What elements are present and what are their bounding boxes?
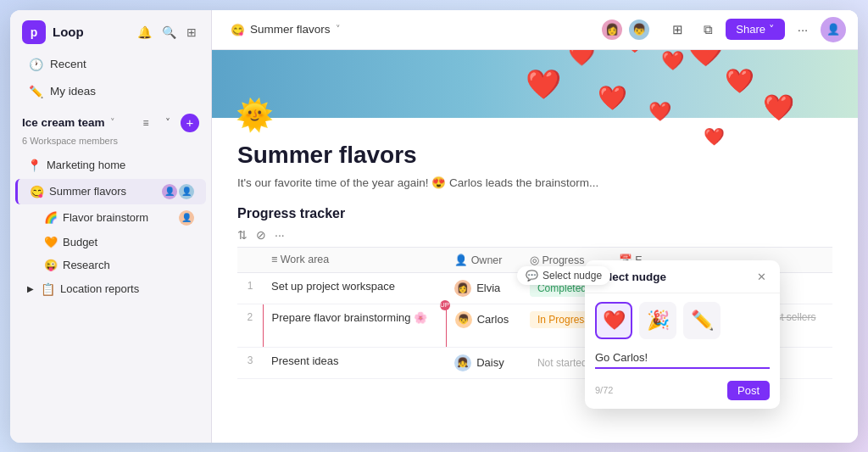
workspace-members-count: 6 Workspace members <box>10 134 211 153</box>
budget-label: Budget <box>63 236 97 248</box>
page-tab[interactable]: 😋 Summer flavors ˅ <box>224 20 348 40</box>
table-toolbar: ⇅ ⊘ ··· <box>237 228 832 242</box>
more-btn[interactable]: ··· <box>790 17 815 42</box>
topbar-actions: ⊞ ⧉ Share ˅ ··· 👤 <box>665 17 846 42</box>
page-emoji: 😋 <box>231 23 245 36</box>
select-nudge-popup: Select nudge ✕ ❤️ 🎉 ✏️ 9/72 Post <box>585 260 780 409</box>
sidebar-item-my-ideas[interactable]: ✏️ My ideas <box>15 79 206 104</box>
research-icon: 😜 <box>44 259 58 271</box>
nudge-emoji-pencil[interactable]: ✏️ <box>683 302 721 339</box>
topbar-avatar-2: 👦 <box>627 18 651 42</box>
sidebar-header: p Loop 🔔 🔍 ⊞ <box>10 10 211 51</box>
workspace-header: Ice cream team ˅ ≡ ˅ + <box>10 105 211 134</box>
nudge-popup-header: Select nudge ✕ <box>585 260 780 293</box>
nudge-indicator: UP <box>440 300 450 310</box>
col-owner: 👤 Owner <box>446 247 521 272</box>
more-toolbar-icon[interactable]: ··· <box>275 228 285 242</box>
flavor-brainstorm-label: Flavor brainstorm <box>63 211 148 224</box>
content-body: ❤️ ❤️ ❤️ ❤️ ❤️ ❤️ ❤️ ❤️ ❤️ ❤️ Summer fla… <box>212 118 858 396</box>
location-reports-label: Location reports <box>60 282 139 295</box>
search-icon[interactable]: 🔍 <box>159 23 179 42</box>
col-work-area: ≡ Work area <box>263 247 446 272</box>
page-tab-title: Summer flavors <box>250 23 331 36</box>
nudge-trigger-icon: 💬 <box>526 270 538 282</box>
row-1-avatar: 👩 <box>454 280 471 297</box>
sort-icon[interactable]: ⇅ <box>237 228 248 242</box>
nudge-char-count: 9/72 <box>595 385 613 395</box>
nudge-emoji-row: ❤️ 🎉 ✏️ <box>585 293 780 348</box>
sidebar-item-research[interactable]: 😜 Research <box>15 254 206 276</box>
sidebar-item-flavor-brainstorm[interactable]: 🌈 Flavor brainstorm 👤 <box>15 206 206 230</box>
page-title: Summer flavors <box>237 142 832 169</box>
select-nudge-trigger[interactable]: 💬 Select nudge <box>517 266 610 285</box>
row-3-avatar: 👧 <box>454 354 471 371</box>
topbar-avatars: 👩 👦 <box>600 18 651 42</box>
page-tab-chevron[interactable]: ˅ <box>336 24 341 35</box>
budget-icon: 🧡 <box>44 236 58 248</box>
share-button[interactable]: Share ˅ <box>726 19 785 40</box>
workspace-more-btn[interactable]: ˅ <box>159 114 177 132</box>
nudge-text-input[interactable] <box>595 348 770 369</box>
filter-icon[interactable]: ⊘ <box>256 228 266 242</box>
row-1-num: 1 <box>237 272 263 304</box>
grid-icon-btn[interactable]: ⊞ <box>665 17 690 42</box>
nudge-emoji-celebrate[interactable]: 🎉 <box>639 302 676 339</box>
copy-icon-btn[interactable]: ⧉ <box>695 17 721 42</box>
nudge-emoji-heart[interactable]: ❤️ <box>595 302 632 339</box>
workspace-menu-btn[interactable]: ≡ <box>136 114 155 132</box>
row-1-owner-name: Elvia <box>476 282 500 294</box>
my-ideas-icon: ✏️ <box>29 85 43 98</box>
bell-icon[interactable]: 🔔 <box>135 23 154 42</box>
marketing-home-icon: 📍 <box>27 159 42 172</box>
profile-avatar[interactable]: 👤 <box>821 17 846 42</box>
row-2-owner[interactable]: 👦 Carlos <box>446 304 521 347</box>
hero-image: 🌞 <box>212 50 858 118</box>
workspace-actions: ≡ ˅ + <box>136 114 199 132</box>
location-reports-icon: 📋 <box>41 282 55 296</box>
sidebar-item-summer-flavors[interactable]: 😋 Summer flavors 👤 👤 <box>15 179 206 204</box>
sidebar-item-budget[interactable]: 🧡 Budget <box>15 232 206 253</box>
row-1-owner[interactable]: 👩 Elvia <box>446 272 521 304</box>
avatar-1: 👤 <box>162 184 177 199</box>
sidebar-header-icons: 🔔 🔍 ⊞ <box>135 23 199 42</box>
workspace-chevron[interactable]: ˅ <box>110 117 115 128</box>
share-label: Share <box>736 23 765 36</box>
nudge-input-footer: 9/72 Post <box>585 377 780 409</box>
topbar-avatar-1: 👩 <box>600 18 624 42</box>
row-3-num: 3 <box>237 347 263 378</box>
row-2-work-area-text: Prepare flavor brainstorming 🌸 <box>272 311 428 324</box>
content-area: 🌞 ❤️ ❤️ ❤️ ❤️ ❤️ ❤️ ❤️ ❤️ ❤️ ❤️ Summer f… <box>212 50 858 443</box>
expand-icon: ▶ <box>27 284 34 293</box>
row-3-owner[interactable]: 👧 Daisy <box>446 347 521 378</box>
app-title: Loop <box>53 25 84 39</box>
row-2-owner-name: Carlos <box>477 313 509 326</box>
summer-flavors-avatars: 👤 👤 <box>162 184 194 199</box>
main-content: 😋 Summer flavors ˅ 👩 👦 ⊞ ⧉ Share ˅ ··· 👤 <box>212 10 858 443</box>
sidebar: p Loop 🔔 🔍 ⊞ 🕐 Recent ✏️ My ideas Ice cr… <box>10 10 212 443</box>
app-window: p Loop 🔔 🔍 ⊞ 🕐 Recent ✏️ My ideas Ice cr… <box>10 10 858 443</box>
page-subtitle: It's our favorite time of the year again… <box>237 176 832 189</box>
nudge-close-button[interactable]: ✕ <box>753 269 770 286</box>
topbar: 😋 Summer flavors ˅ 👩 👦 ⊞ ⧉ Share ˅ ··· 👤 <box>212 10 858 50</box>
share-chevron: ˅ <box>769 23 775 36</box>
summer-flavors-label: Summer flavors <box>49 185 126 198</box>
research-label: Research <box>63 259 110 271</box>
sidebar-item-marketing-home[interactable]: 📍 Marketing home <box>15 153 206 177</box>
workspace-name: Ice cream team <box>22 116 105 129</box>
my-ideas-label: My ideas <box>50 85 96 98</box>
row-1-work-area[interactable]: Set up project workspace <box>263 272 446 304</box>
row-2-work-area[interactable]: Prepare flavor brainstorming 🌸 UP <box>263 304 446 347</box>
nudge-input-row <box>585 348 780 377</box>
summer-flavors-icon: 😋 <box>30 185 44 198</box>
settings-icon[interactable]: ⊞ <box>184 23 199 42</box>
marketing-home-label: Marketing home <box>47 159 125 171</box>
sidebar-item-recent[interactable]: 🕐 Recent <box>15 52 206 77</box>
recent-icon: 🕐 <box>29 58 43 71</box>
nudge-trigger-label: Select nudge <box>542 270 602 282</box>
sidebar-item-location-reports[interactable]: ▶ 📋 Location reports <box>15 277 206 301</box>
brainstorm-avatar: 👤 <box>179 210 194 226</box>
avatar-2: 👤 <box>179 184 194 199</box>
nudge-post-button[interactable]: Post <box>727 381 770 400</box>
row-3-work-area[interactable]: Present ideas <box>263 347 446 378</box>
workspace-add-btn[interactable]: + <box>181 114 199 132</box>
